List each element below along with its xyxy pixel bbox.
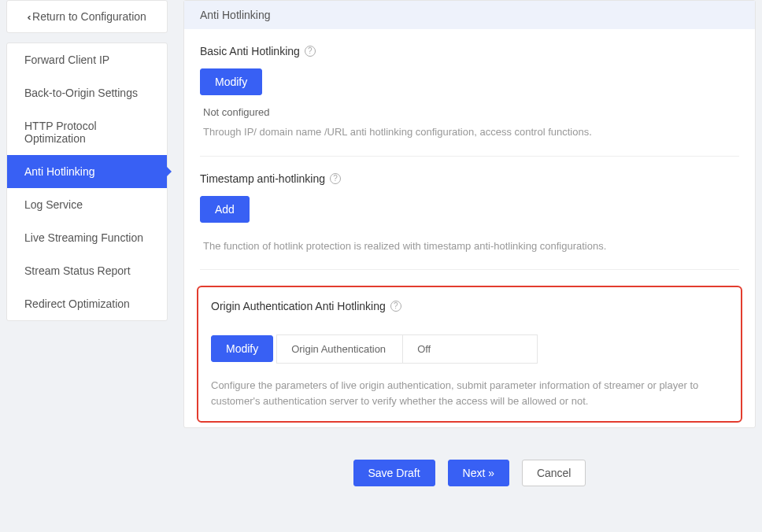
basic-desc: Through IP/ domain name /URL anti hotlin… xyxy=(203,124,739,140)
sidebar-item-http-protocol[interactable]: HTTP Protocol Optimization xyxy=(7,109,167,155)
origin-table-label: Origin Authentication xyxy=(277,335,403,363)
sidebar-item-log-service[interactable]: Log Service xyxy=(7,188,167,221)
save-draft-button[interactable]: Save Draft xyxy=(353,460,435,486)
origin-desc: Configure the parameters of live origin … xyxy=(211,378,728,408)
next-button[interactable]: Next » xyxy=(448,460,509,486)
sidebar-nav: Forward Client IP Back-to-Origin Setting… xyxy=(6,42,168,321)
sidebar-item-anti-hotlinking[interactable]: Anti Hotlinking xyxy=(7,155,167,188)
origin-config-table: Origin Authentication Off xyxy=(276,334,538,364)
help-icon[interactable]: ? xyxy=(390,301,401,312)
timestamp-desc: The function of hotlink protection is re… xyxy=(203,238,739,254)
help-icon[interactable]: ? xyxy=(330,173,341,184)
help-icon[interactable]: ? xyxy=(305,46,316,57)
basic-anti-hotlinking-section: Basic Anti Hotlinking ? Modify Not confi… xyxy=(200,45,739,157)
sidebar-item-forward-client-ip[interactable]: Forward Client IP xyxy=(7,43,167,76)
sidebar-item-live-streaming[interactable]: Live Streaming Function xyxy=(7,221,167,254)
sidebar-item-redirect-optimization[interactable]: Redirect Optimization xyxy=(7,287,167,320)
origin-auth-highlight: Origin Authentication Anti Hotlinking ? … xyxy=(197,286,742,423)
modify-origin-button[interactable]: Modify xyxy=(211,335,273,362)
timestamp-title: Timestamp anti-hotlinking xyxy=(200,172,325,185)
section-header: Anti Hotlinking xyxy=(184,1,755,29)
cancel-button[interactable]: Cancel xyxy=(522,460,586,486)
basic-status: Not configured xyxy=(203,106,739,118)
basic-title: Basic Anti Hotlinking xyxy=(200,45,300,57)
sidebar-item-stream-status[interactable]: Stream Status Report xyxy=(7,254,167,287)
footer-actions: Save Draft Next » Cancel xyxy=(183,444,756,493)
timestamp-anti-hotlinking-section: Timestamp anti-hotlinking ? Add The func… xyxy=(200,172,739,271)
sidebar-item-back-to-origin[interactable]: Back-to-Origin Settings xyxy=(7,76,167,109)
add-timestamp-button[interactable]: Add xyxy=(200,196,250,223)
return-to-configuration[interactable]: ‹‹ Return to Configuration xyxy=(6,0,168,33)
main-panel: Anti Hotlinking Basic Anti Hotlinking ? … xyxy=(183,0,756,428)
origin-table-value: Off xyxy=(403,335,537,363)
origin-title: Origin Authentication Anti Hotlinking xyxy=(211,300,386,312)
return-label: Return to Configuration xyxy=(32,10,146,23)
modify-basic-button[interactable]: Modify xyxy=(200,68,262,95)
